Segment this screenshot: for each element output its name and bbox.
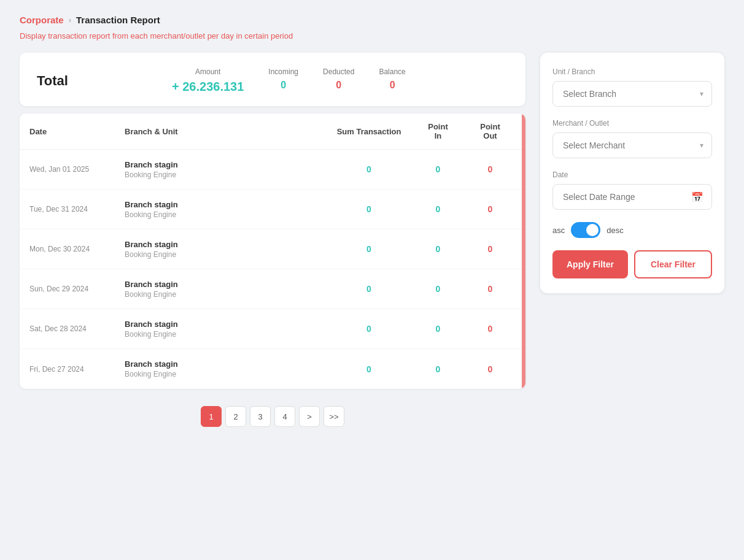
table-row: Wed, Jan 01 2025 Branch stagin Booking E… xyxy=(20,150,525,190)
filter-date-section: Date 📅 xyxy=(552,171,712,210)
sort-asc-label: asc xyxy=(552,226,565,235)
total-card: Total Amount + 26.236.131 Incoming 0 Ded… xyxy=(20,53,525,106)
incoming-label: Incoming xyxy=(268,67,298,76)
date-range-input[interactable] xyxy=(552,184,712,210)
row-sum-0: 0 xyxy=(329,164,409,174)
row-date-1: Tue, Dec 31 2024 xyxy=(20,198,115,221)
row-branch-5: Branch stagin Booking Engine xyxy=(115,353,329,385)
table-row: Mon, Dec 30 2024 Branch stagin Booking E… xyxy=(20,229,525,269)
row-date-5: Fri, Dec 27 2024 xyxy=(20,358,115,381)
header-point-out: PointOut xyxy=(467,122,525,140)
row-point-out-3: 0 xyxy=(467,284,525,294)
scrollbar[interactable] xyxy=(522,113,525,389)
total-label: Total xyxy=(37,73,172,89)
date-section-label: Date xyxy=(552,171,712,179)
balance-value: 0 xyxy=(390,80,395,91)
filter-card: Unit / Branch Select Branch ▾ Merchant /… xyxy=(540,53,724,293)
row-point-in-4: 0 xyxy=(409,324,467,334)
page-btn-3[interactable]: 3 xyxy=(250,406,271,427)
amount-label: Amount xyxy=(195,67,220,76)
stat-balance: Balance 0 xyxy=(379,67,405,91)
branch-name-2: Branch stagin xyxy=(125,240,319,249)
apply-filter-button[interactable]: Apply Filter xyxy=(552,250,628,278)
branch-name-5: Branch stagin xyxy=(125,359,319,369)
row-branch-2: Branch stagin Booking Engine xyxy=(115,234,329,265)
row-sum-3: 0 xyxy=(329,284,409,294)
branch-engine-3: Booking Engine xyxy=(125,290,319,299)
row-date-2: Mon, Dec 30 2024 xyxy=(20,237,115,261)
merchant-select-wrapper: Select Merchant ▾ xyxy=(552,132,712,158)
row-point-in-3: 0 xyxy=(409,284,467,294)
row-date-3: Sun, Dec 29 2024 xyxy=(20,277,115,301)
deducted-value: 0 xyxy=(336,80,341,91)
table-row: Fri, Dec 27 2024 Branch stagin Booking E… xyxy=(20,349,525,389)
stat-amount: Amount + 26.236.131 xyxy=(172,67,244,94)
row-point-in-1: 0 xyxy=(409,204,467,214)
clear-filter-button[interactable]: Clear Filter xyxy=(634,250,712,278)
right-panel: Unit / Branch Select Branch ▾ Merchant /… xyxy=(540,53,724,293)
merchant-select[interactable]: Select Merchant xyxy=(552,132,712,158)
row-branch-1: Branch stagin Booking Engine xyxy=(115,194,329,225)
header-sum: Sum Transaction xyxy=(329,127,409,136)
page-next-button[interactable]: > xyxy=(299,406,320,427)
branch-name-1: Branch stagin xyxy=(125,200,319,209)
data-table-wrapper: Date Branch & Unit Sum Transaction Point… xyxy=(20,113,525,389)
row-sum-5: 0 xyxy=(329,364,409,374)
table-row: Sun, Dec 29 2024 Branch stagin Booking E… xyxy=(20,269,525,309)
branch-engine-2: Booking Engine xyxy=(125,250,319,259)
row-point-in-5: 0 xyxy=(409,364,467,374)
merchant-section-label: Merchant / Outlet xyxy=(552,119,712,128)
row-point-out-5: 0 xyxy=(467,364,525,374)
row-point-in-2: 0 xyxy=(409,244,467,254)
pagination: 1234>>> xyxy=(20,406,525,427)
table-row: Sat, Dec 28 2024 Branch stagin Booking E… xyxy=(20,309,525,349)
filter-buttons: Apply Filter Clear Filter xyxy=(552,250,712,278)
left-panel: Total Amount + 26.236.131 Incoming 0 Ded… xyxy=(20,53,525,427)
toggle-slider xyxy=(571,222,600,238)
breadcrumb-corporate[interactable]: Corporate xyxy=(20,15,64,25)
row-sum-1: 0 xyxy=(329,204,409,214)
row-branch-3: Branch stagin Booking Engine xyxy=(115,274,329,305)
branch-engine-4: Booking Engine xyxy=(125,330,319,339)
row-date-0: Wed, Jan 01 2025 xyxy=(20,158,115,181)
breadcrumb-current: Transaction Report xyxy=(76,15,160,25)
header-point-in: PointIn xyxy=(409,122,467,140)
row-point-out-4: 0 xyxy=(467,324,525,334)
row-point-out-1: 0 xyxy=(467,204,525,214)
header-branch: Branch & Unit xyxy=(115,127,329,136)
branch-name-4: Branch stagin xyxy=(125,320,319,329)
row-sum-2: 0 xyxy=(329,244,409,254)
amount-value: + 26.236.131 xyxy=(172,80,244,94)
incoming-value: 0 xyxy=(281,80,286,91)
total-stats: Amount + 26.236.131 Incoming 0 Deducted … xyxy=(172,67,508,94)
branch-select[interactable]: Select Branch xyxy=(552,81,712,107)
row-branch-0: Branch stagin Booking Engine xyxy=(115,154,329,185)
page-btn-4[interactable]: 4 xyxy=(274,406,295,427)
page-subtitle: Display transaction report from each mer… xyxy=(20,31,724,40)
branch-engine-0: Booking Engine xyxy=(125,171,319,179)
branch-engine-5: Booking Engine xyxy=(125,370,319,378)
page-btn-1[interactable]: 1 xyxy=(201,406,222,427)
branch-select-wrapper: Select Branch ▾ xyxy=(552,81,712,107)
deducted-label: Deducted xyxy=(323,67,354,76)
sort-row: asc desc xyxy=(552,222,712,238)
filter-merchant-section: Merchant / Outlet Select Merchant ▾ xyxy=(552,119,712,158)
breadcrumb: Corporate › Transaction Report xyxy=(20,15,724,25)
branch-name-3: Branch stagin xyxy=(125,280,319,289)
row-point-in-0: 0 xyxy=(409,164,467,174)
row-date-4: Sat, Dec 28 2024 xyxy=(20,317,115,340)
stat-incoming: Incoming 0 xyxy=(268,67,298,91)
branch-section-label: Unit / Branch xyxy=(552,67,712,76)
table-row: Tue, Dec 31 2024 Branch stagin Booking E… xyxy=(20,190,525,229)
branch-name-0: Branch stagin xyxy=(125,160,319,169)
stat-deducted: Deducted 0 xyxy=(323,67,354,91)
row-sum-4: 0 xyxy=(329,324,409,334)
table-header: Date Branch & Unit Sum Transaction Point… xyxy=(20,113,525,150)
balance-label: Balance xyxy=(379,67,405,76)
chevron-right-icon: › xyxy=(69,15,71,25)
table-body: Wed, Jan 01 2025 Branch stagin Booking E… xyxy=(20,150,525,389)
row-point-out-0: 0 xyxy=(467,164,525,174)
page-btn-2[interactable]: 2 xyxy=(225,406,246,427)
page-last-button[interactable]: >> xyxy=(324,406,344,427)
sort-toggle[interactable] xyxy=(571,222,600,238)
